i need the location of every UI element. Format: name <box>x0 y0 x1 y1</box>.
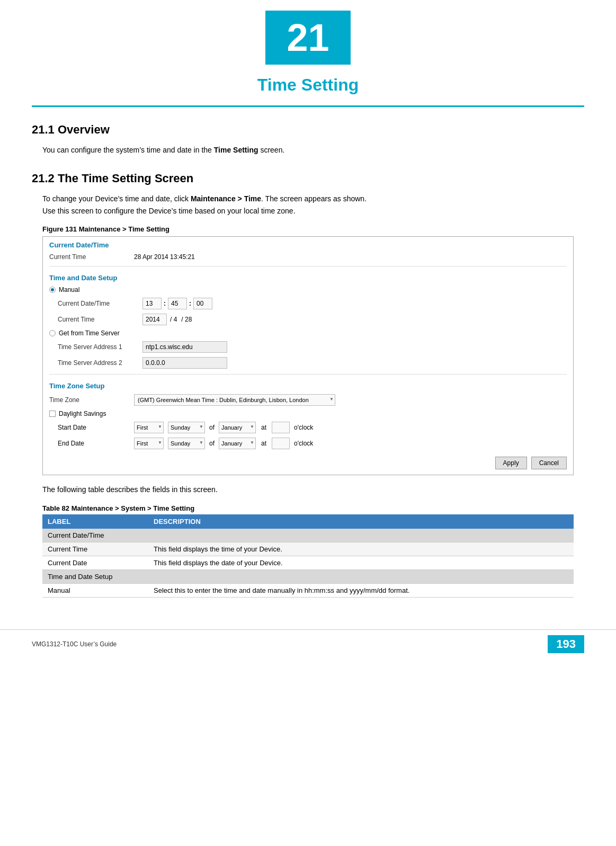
current-time-row: Current Time 28 Apr 2014 13:45:21 <box>43 251 573 263</box>
start-of: of <box>209 424 215 431</box>
current-time-label: Current Time <box>49 253 134 261</box>
manual-label: Manual <box>59 286 79 293</box>
start-first-select[interactable]: First <box>134 422 164 433</box>
ui-screenshot-box: Current Date/Time Current Time 28 Apr 20… <box>42 236 574 475</box>
timezone-select-wrapper[interactable]: (GMT) Greenwich Mean Time : Dublin, Edin… <box>134 394 335 406</box>
hour-input[interactable] <box>142 298 162 309</box>
col-desc-header: DESCRIPTION <box>148 514 574 529</box>
apply-button[interactable]: Apply <box>495 457 527 469</box>
end-time-input[interactable] <box>272 438 290 449</box>
table-row-desc: This field displays the time of your Dev… <box>148 542 574 556</box>
cancel-button[interactable]: Cancel <box>531 457 567 469</box>
current-date-time-header: Current Date/Time <box>43 237 573 251</box>
page-footer: VMG1312-T10C User’s Guide 193 <box>0 629 616 658</box>
table-row: Current Date/Time <box>42 529 574 542</box>
table-row: ManualSelect this to enter the time and … <box>42 583 574 597</box>
get-from-server-radio[interactable] <box>49 330 56 336</box>
end-month-wrapper[interactable]: January <box>219 438 256 449</box>
start-date-row: Start Date First Sunday of January at o'… <box>43 420 573 435</box>
chapter-number: 21 <box>265 11 350 65</box>
end-day-select[interactable]: Sunday <box>168 438 205 449</box>
time-server-1-label: Time Server Address 1 <box>58 343 142 351</box>
end-of: of <box>209 440 215 447</box>
button-row: Apply Cancel <box>43 451 573 475</box>
section-21-2-heading: 21.2 The Time Setting Screen <box>32 172 584 185</box>
second-input[interactable] <box>193 298 212 309</box>
current-datetime-input-row: Current Date/Time : : <box>43 296 573 311</box>
description-table: LABEL DESCRIPTION Current Date/TimeCurre… <box>42 514 574 598</box>
timezone-label: Time Zone <box>49 396 134 404</box>
colon-1: : <box>164 300 166 307</box>
table-row-label: Current Date <box>42 556 148 569</box>
get-from-server-label: Get from Time Server <box>59 330 120 337</box>
manual-radio-row[interactable]: Manual <box>43 284 573 296</box>
start-day-wrapper[interactable]: Sunday <box>168 422 205 433</box>
end-at: at <box>261 440 266 447</box>
start-date-label: Start Date <box>58 424 132 431</box>
start-month-wrapper[interactable]: January <box>219 422 256 433</box>
table-row-label: Manual <box>42 583 148 597</box>
year-input[interactable] <box>142 314 167 325</box>
section-21-1-heading: 21.1 Overview <box>32 123 584 137</box>
table-row-label: Current Time <box>42 542 148 556</box>
start-month-select[interactable]: January <box>219 422 256 433</box>
time-date-setup-header: Time and Date Setup <box>43 270 573 284</box>
timezone-setup-header: Time Zone Setup <box>43 378 573 392</box>
table-row-desc: This field displays the date of your Dev… <box>148 556 574 569</box>
slash-1: / 4 <box>170 316 177 323</box>
start-first-wrapper[interactable]: First <box>134 422 164 433</box>
end-date-row: End Date First Sunday of January at o'cl… <box>43 435 573 451</box>
end-first-wrapper[interactable]: First <box>134 438 164 449</box>
minute-input[interactable] <box>168 298 187 309</box>
time-server-1-input[interactable] <box>142 341 227 353</box>
footer-right: 193 <box>548 635 584 653</box>
current-time-label2: Current Time <box>58 316 142 323</box>
slash-2: / 28 <box>181 316 192 323</box>
daylight-savings-checkbox[interactable] <box>49 411 56 417</box>
section-21-2-body: To change your Device’s time and date, c… <box>42 193 584 217</box>
start-day-select[interactable]: Sunday <box>168 422 205 433</box>
table-section-row: Current Date/Time <box>42 529 574 542</box>
time-inputs: : : <box>142 298 212 309</box>
manual-radio[interactable] <box>49 287 56 293</box>
daylight-savings-label: Daylight Savings <box>59 410 106 417</box>
time-server-2-row: Time Server Address 2 <box>43 355 573 371</box>
chapter-header: 21 Time Setting <box>32 11 584 107</box>
table-row-desc: Select this to enter the time and date m… <box>148 583 574 597</box>
table-label: Table 82 Maintenance > System > Time Set… <box>42 504 574 512</box>
footer-left: VMG1312-T10C User’s Guide <box>32 640 117 648</box>
current-date-time-label2: Current Date/Time <box>58 300 142 307</box>
get-from-server-radio-row[interactable]: Get from Time Server <box>43 327 573 339</box>
start-at: at <box>261 424 266 431</box>
current-time-value: 28 Apr 2014 13:45:21 <box>134 253 195 261</box>
table-row: Time and Date Setup <box>42 569 574 583</box>
date-inputs: / 4 / 28 <box>142 314 193 325</box>
following-text: The following table describes the fields… <box>42 484 584 495</box>
timezone-select[interactable]: (GMT) Greenwich Mean Time : Dublin, Edin… <box>134 394 335 406</box>
end-first-select[interactable]: First <box>134 438 164 449</box>
col-label-header: LABEL <box>42 514 148 529</box>
end-date-label: End Date <box>58 440 132 447</box>
figure-label: Figure 131 Maintenance > Time Setting <box>42 225 584 233</box>
timezone-row: Time Zone (GMT) Greenwich Mean Time : Du… <box>43 392 573 408</box>
end-month-select[interactable]: January <box>219 438 256 449</box>
time-server-1-row: Time Server Address 1 <box>43 339 573 355</box>
end-oclock: o'clock <box>294 440 313 447</box>
end-day-wrapper[interactable]: Sunday <box>168 438 205 449</box>
table-row: Current TimeThis field displays the time… <box>42 542 574 556</box>
current-date-input-row: Current Time / 4 / 28 <box>43 311 573 327</box>
start-time-input[interactable] <box>272 422 290 433</box>
section-21-1-body: You can configure the system’s time and … <box>42 144 584 156</box>
time-server-2-input[interactable] <box>142 357 227 369</box>
table-row: Current DateThis field displays the date… <box>42 556 574 569</box>
chapter-title: Time Setting <box>32 75 584 95</box>
start-oclock: o'clock <box>294 424 313 431</box>
time-server-2-label: Time Server Address 2 <box>58 359 142 367</box>
daylight-savings-row[interactable]: Daylight Savings <box>43 408 573 420</box>
table-section-row: Time and Date Setup <box>42 569 574 583</box>
colon-2: : <box>189 300 191 307</box>
